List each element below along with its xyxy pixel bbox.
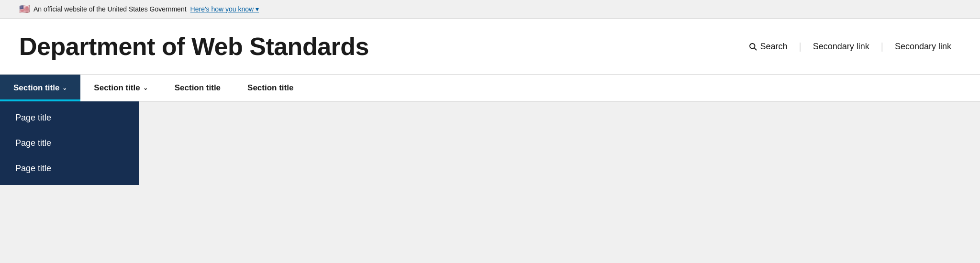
content-area (0, 102, 980, 197)
nav-item-label-0: Section title (13, 83, 59, 93)
nav-item-label-1: Section title (94, 83, 140, 93)
nav-item-label-3: Section title (247, 83, 293, 93)
secondary-link-1[interactable]: Secondary link (803, 42, 879, 52)
nav-item-3[interactable]: Section title (234, 75, 307, 101)
secondary-link-2[interactable]: Secondary link (885, 42, 961, 52)
search-icon (748, 42, 757, 51)
search-link[interactable]: Search (748, 42, 797, 52)
chevron-down-icon-1: ⌄ (143, 85, 148, 91)
gov-banner-text: An official website of the United States… (33, 5, 187, 13)
header-nav: Search | Secondary link | Secondary link (748, 41, 961, 52)
dropdown-item-1[interactable]: Page title (0, 131, 139, 156)
dropdown-item-0[interactable]: Page title (0, 105, 139, 131)
chevron-down-icon: ▾ (256, 5, 259, 13)
dropdown-item-2[interactable]: Page title (0, 156, 139, 181)
site-header: Department of Web Standards Search | Sec… (0, 19, 980, 75)
nav-item-label-2: Section title (175, 83, 221, 93)
how-you-know-link[interactable]: Here's how you know ▾ (190, 5, 259, 13)
nav-item-0[interactable]: Section title ⌄ (0, 75, 80, 101)
us-flag-icon: 🇺🇸 (19, 4, 30, 14)
svg-line-1 (755, 48, 757, 50)
primary-nav: Section title ⌄ Section title ⌄ Section … (0, 75, 980, 102)
chevron-down-icon-0: ⌄ (62, 85, 67, 91)
site-title: Department of Web Standards (19, 32, 369, 61)
nav-dropdown: Page title Page title Page title (0, 101, 139, 185)
gov-banner: 🇺🇸 An official website of the United Sta… (0, 0, 980, 19)
search-label: Search (760, 42, 787, 52)
nav-divider-1: | (799, 41, 801, 52)
nav-divider-2: | (881, 41, 883, 52)
nav-item-2[interactable]: Section title (161, 75, 234, 101)
nav-item-1[interactable]: Section title ⌄ (80, 75, 161, 101)
